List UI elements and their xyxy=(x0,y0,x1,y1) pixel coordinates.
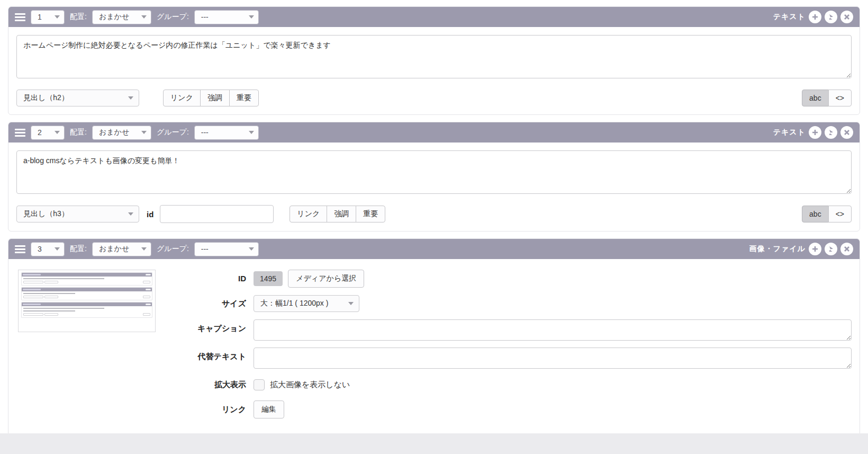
unit-3-body: ID 1495 メディアから選択 サイズ 大：幅1/1 ( 1200px ) キ… xyxy=(8,259,860,435)
unit-1-controls: 見出し（h2） リンク 強調 重要 abc <> xyxy=(16,90,852,106)
thumbnail-mini-unit xyxy=(21,302,152,318)
strong-tag-button[interactable]: 重要 xyxy=(356,206,385,222)
unit-1-body: ホームページ制作に絶対必要となるページ内の修正作業は「ユニット」で楽々更新できま… xyxy=(8,27,860,114)
move-unit-button[interactable] xyxy=(825,243,837,255)
chevron-down-icon xyxy=(249,247,254,251)
plus-icon xyxy=(811,128,819,137)
drag-handle-icon[interactable] xyxy=(15,244,25,254)
link-edit-button[interactable]: 編集 xyxy=(254,400,284,419)
add-unit-button[interactable] xyxy=(809,126,821,139)
delete-unit-button[interactable] xyxy=(840,126,853,139)
arrange-select[interactable]: おまかせ xyxy=(92,10,151,24)
add-unit-button[interactable] xyxy=(809,11,821,23)
unit-text-input[interactable]: ホームページ制作に絶対必要となるページ内の修正作業は「ユニット」で楽々更新できま… xyxy=(16,35,852,78)
unit-type-label: テキスト xyxy=(773,12,806,22)
image-size-value: 大：幅1/1 ( 1200px ) xyxy=(260,299,328,308)
add-unit-button[interactable] xyxy=(809,243,821,255)
group-value: --- xyxy=(201,13,209,21)
no-enlarge-checkbox[interactable] xyxy=(254,379,265,390)
arrange-select[interactable]: おまかせ xyxy=(92,242,151,256)
unit-type-label: 画像・ファイル xyxy=(749,244,806,254)
size-row: サイズ 大：幅1/1 ( 1200px ) xyxy=(156,295,852,313)
arrange-label: 配置: xyxy=(70,12,87,22)
unit-2-header: 2 配置: おまかせ グループ: --- テキスト xyxy=(8,122,860,143)
arrange-label: 配置: xyxy=(70,128,87,137)
enlarge-row: 拡大表示 拡大画像を表示しない xyxy=(156,376,852,394)
text-format-select[interactable]: 見出し（h3） xyxy=(16,206,139,222)
link-tag-button[interactable]: リンク xyxy=(290,206,327,222)
unit-id-input[interactable] xyxy=(160,205,274,223)
arrange-select[interactable]: おまかせ xyxy=(92,126,151,140)
unit-number-select[interactable]: 1 xyxy=(31,10,65,24)
chevron-down-icon xyxy=(55,247,60,251)
unit-text-input[interactable]: a-blog cmsならテキストも画像の変更も簡単！ xyxy=(16,150,852,194)
unit-number-value: 3 xyxy=(38,245,42,253)
chevron-down-icon xyxy=(348,302,354,305)
tag-button-group: リンク 強調 重要 xyxy=(163,90,259,106)
delete-unit-button[interactable] xyxy=(840,243,853,255)
alt-text-row: 代替テキスト xyxy=(156,348,852,369)
arrange-label: 配置: xyxy=(70,244,87,254)
chevron-down-icon xyxy=(141,15,147,19)
group-select[interactable]: --- xyxy=(194,242,259,256)
link-tag-button[interactable]: リンク xyxy=(163,90,201,106)
link-label: リンク xyxy=(156,400,254,419)
em-tag-button[interactable]: 強調 xyxy=(200,90,230,106)
page-bottom-strip xyxy=(0,433,868,454)
group-select[interactable]: --- xyxy=(194,126,259,140)
unit-1-header: 1 配置: おまかせ グループ: --- テキスト xyxy=(8,7,860,27)
unit-number-value: 1 xyxy=(38,13,42,21)
group-label: グループ: xyxy=(157,128,189,137)
thumbnail-mini-unit xyxy=(21,272,152,286)
alt-text-label: 代替テキスト xyxy=(156,348,254,366)
move-icon xyxy=(827,128,835,137)
group-select[interactable]: --- xyxy=(194,10,259,24)
abc-mode-button[interactable]: abc xyxy=(802,90,829,106)
code-mode-button[interactable]: <> xyxy=(828,90,852,106)
text-format-value: 見出し（h2） xyxy=(23,93,69,103)
close-icon xyxy=(843,13,851,21)
arrange-value: おまかせ xyxy=(99,128,129,137)
chevron-down-icon xyxy=(128,212,133,216)
move-icon xyxy=(827,245,835,253)
drag-handle-icon[interactable] xyxy=(15,127,25,138)
caption-input[interactable] xyxy=(254,319,852,341)
unit-2-controls: 見出し（h3） id リンク 強調 重要 abc <> xyxy=(16,205,852,223)
move-unit-button[interactable] xyxy=(825,11,837,23)
close-icon xyxy=(843,245,851,253)
unit-2-body: a-blog cmsならテキストも画像の変更も簡単！ 見出し（h3） id リン… xyxy=(8,143,860,231)
unit-number-select[interactable]: 3 xyxy=(31,242,65,256)
image-size-select[interactable]: 大：幅1/1 ( 1200px ) xyxy=(254,295,359,312)
code-mode-button[interactable]: <> xyxy=(828,206,852,222)
move-icon xyxy=(827,13,835,21)
abc-mode-button[interactable]: abc xyxy=(802,206,829,222)
em-tag-button[interactable]: 強調 xyxy=(327,206,356,222)
chevron-down-icon xyxy=(249,15,254,19)
unit-block-2: 2 配置: おまかせ グループ: --- テキスト a-blog cmsならテキ… xyxy=(8,122,860,232)
unit-type-label: テキスト xyxy=(773,128,806,137)
arrange-value: おまかせ xyxy=(99,12,129,22)
image-size-label: サイズ xyxy=(156,295,254,313)
arrange-value: おまかせ xyxy=(99,244,129,254)
unit-number-select[interactable]: 2 xyxy=(31,126,65,140)
plus-icon xyxy=(811,245,819,253)
text-format-select[interactable]: 見出し（h2） xyxy=(16,90,139,106)
strong-tag-button[interactable]: 重要 xyxy=(229,90,259,106)
id-row: ID 1495 メディアから選択 xyxy=(156,270,852,288)
unit-block-1: 1 配置: おまかせ グループ: --- テキスト ホームページ制作に絶対必要と… xyxy=(8,6,860,115)
caption-row: キャプション xyxy=(156,319,852,341)
image-id-badge: 1495 xyxy=(254,271,283,286)
no-enlarge-checkbox-label: 拡大画像を表示しない xyxy=(270,380,350,390)
drag-handle-icon[interactable] xyxy=(15,12,25,22)
alt-text-input[interactable] xyxy=(254,348,852,369)
select-from-media-button[interactable]: メディアから選択 xyxy=(288,270,364,288)
group-label: グループ: xyxy=(157,244,189,254)
text-format-value: 見出し（h3） xyxy=(23,209,69,219)
chevron-down-icon xyxy=(55,15,60,19)
unit-preview-thumbnail[interactable] xyxy=(18,270,156,332)
unit-block-3: 3 配置: おまかせ グループ: --- 画像・ファイル xyxy=(8,238,860,435)
plus-icon xyxy=(811,13,819,21)
move-unit-button[interactable] xyxy=(825,126,837,139)
delete-unit-button[interactable] xyxy=(840,11,853,23)
thumbnail-mini-unit xyxy=(21,287,152,300)
